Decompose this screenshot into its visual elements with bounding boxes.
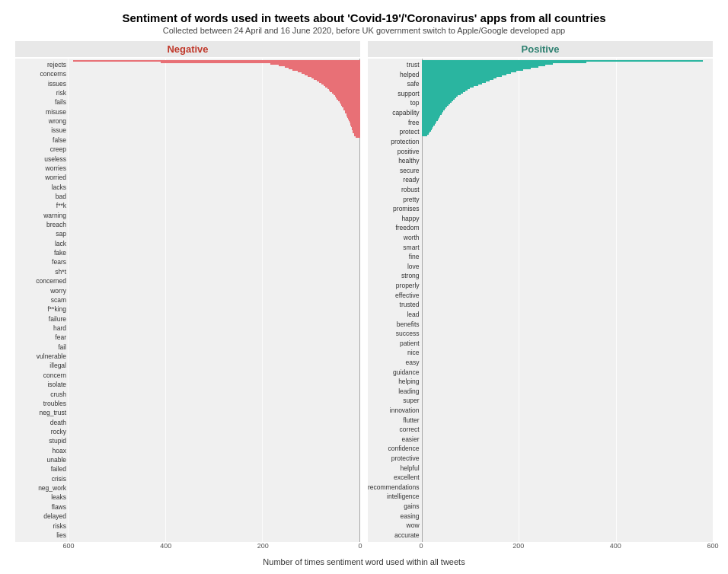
- y-label: trusted: [368, 301, 422, 308]
- y-label: leaks: [15, 494, 69, 501]
- y-label: useless: [15, 156, 69, 163]
- y-label: innovation: [368, 407, 422, 414]
- y-label: false: [15, 137, 69, 144]
- y-label: freedom: [368, 225, 422, 231]
- y-label: flaws: [15, 504, 69, 511]
- y-label: nice: [368, 349, 422, 356]
- y-label: patient: [368, 340, 422, 347]
- y-label: neg_work: [15, 485, 69, 492]
- y-label: protect: [368, 129, 422, 136]
- y-label: concerns: [15, 71, 69, 78]
- bar: [356, 136, 360, 138]
- positive-panel-title: Positive: [368, 41, 713, 57]
- x-tick: 200: [512, 542, 524, 550]
- x-tick: 600: [707, 542, 718, 550]
- y-label: top: [368, 100, 422, 107]
- positive-y-labels: trusthelpedsafesupporttopcapabilityfreep…: [368, 59, 422, 542]
- chart-subtitle: Collected between 24 April and 16 June 2…: [15, 26, 713, 35]
- x-tick: 0: [358, 542, 362, 550]
- y-label: issues: [15, 81, 69, 88]
- y-label: hoax: [15, 448, 69, 454]
- y-label: failed: [15, 466, 69, 473]
- y-label: fear: [15, 334, 69, 341]
- y-label: love: [368, 263, 422, 270]
- grid-line: [713, 59, 714, 542]
- y-label: ready: [368, 177, 422, 183]
- y-label: happy: [368, 215, 422, 222]
- y-label: risk: [15, 90, 69, 97]
- y-label: protection: [368, 139, 422, 145]
- y-label: success: [368, 330, 422, 337]
- y-label: fails: [15, 99, 69, 106]
- y-label: pretty: [368, 196, 422, 203]
- negative-y-labels: rejectsconcernsissuesriskfailsmisusewron…: [15, 59, 69, 542]
- y-label: robust: [368, 187, 422, 193]
- y-label: safe: [368, 81, 422, 88]
- y-label: f**k: [15, 202, 69, 209]
- y-label: issue: [15, 127, 69, 134]
- chart-title: Sentiment of words used in tweets about …: [15, 11, 713, 24]
- y-label: effective: [368, 292, 422, 299]
- y-label: worried: [15, 174, 69, 181]
- y-label: rocky: [15, 429, 69, 435]
- y-label: gains: [368, 503, 422, 510]
- y-label: leading: [368, 388, 422, 395]
- y-label: stupid: [15, 438, 69, 445]
- y-label: failure: [15, 316, 69, 323]
- y-label: concerned: [15, 278, 69, 285]
- y-label: fine: [368, 254, 422, 260]
- y-label: scam: [15, 297, 69, 304]
- y-label: lack: [15, 241, 69, 247]
- y-label: easier: [368, 436, 422, 443]
- y-label: bad: [15, 193, 69, 200]
- bar: [422, 135, 428, 136]
- y-label: secure: [368, 167, 422, 174]
- y-label: guidance: [368, 369, 422, 376]
- bar-row: [69, 136, 360, 138]
- positive-panel: Positive trusthelpedsafesupporttopcapabi…: [368, 41, 713, 554]
- y-label: free: [368, 120, 422, 126]
- y-label: vulnerable: [15, 353, 69, 360]
- y-label: benefits: [368, 321, 422, 328]
- y-label: creep: [15, 146, 69, 153]
- y-label: easy: [368, 359, 422, 366]
- y-label: unable: [15, 457, 69, 464]
- x-tick: 600: [62, 542, 74, 550]
- y-label: correct: [368, 426, 422, 433]
- y-label: wrong: [15, 118, 69, 125]
- negative-panel-title: Negative: [15, 41, 360, 57]
- bar-row: [422, 135, 713, 136]
- y-label: recommendations: [368, 484, 422, 491]
- y-label: delayed: [15, 513, 69, 520]
- y-label: smart: [368, 244, 422, 251]
- x-tick: 400: [160, 542, 171, 550]
- y-label: support: [368, 91, 422, 97]
- y-label: promises: [368, 206, 422, 212]
- negative-x-axis: 0200400600: [69, 542, 360, 554]
- y-label: strong: [368, 273, 422, 279]
- y-label: capability: [368, 110, 422, 116]
- y-label: helping: [368, 378, 422, 385]
- x-tick: 200: [257, 542, 269, 550]
- y-label: illegal: [15, 362, 69, 369]
- y-label: breach: [15, 222, 69, 228]
- y-label: concern: [15, 372, 69, 379]
- x-axis-label: Number of times sentiment word used with…: [15, 557, 713, 566]
- y-label: positive: [368, 148, 422, 155]
- y-label: excellent: [368, 474, 422, 481]
- y-label: hard: [15, 325, 69, 332]
- negative-panel: Negative rejectsconcernsissuesriskfailsm…: [15, 41, 360, 554]
- y-label: risks: [15, 523, 69, 530]
- positive-bars-area: trusthelpedsafesupporttopcapabilityfreep…: [368, 59, 713, 542]
- positive-x-axis: 0200400600: [421, 542, 713, 554]
- y-label: crisis: [15, 476, 69, 483]
- y-label: misuse: [15, 109, 69, 116]
- y-label: properly: [368, 282, 422, 289]
- y-label: flutter: [368, 417, 422, 424]
- y-label: isolate: [15, 381, 69, 388]
- y-label: accurate: [368, 532, 422, 539]
- y-label: sh*t: [15, 269, 69, 276]
- y-label: trust: [368, 62, 422, 69]
- y-label: death: [15, 419, 69, 426]
- y-label: rejects: [15, 62, 69, 69]
